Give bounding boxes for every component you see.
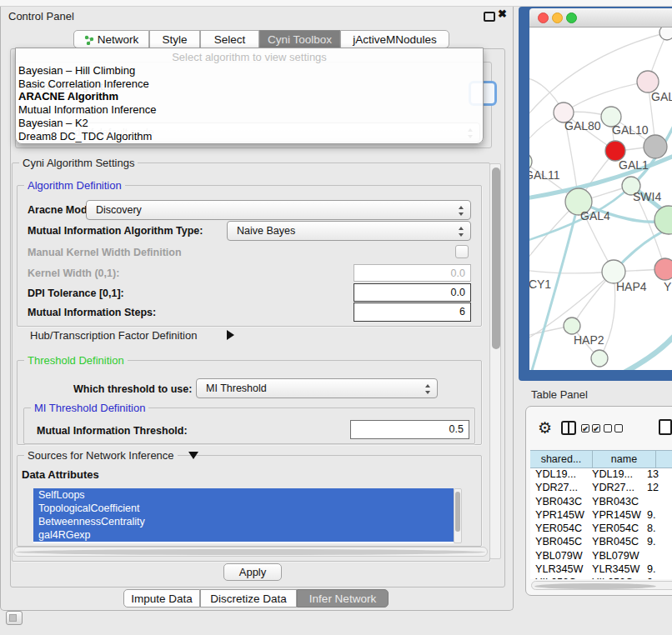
kernel-width-field[interactable]: 0.0 <box>354 264 471 282</box>
tab-style[interactable]: Style <box>149 30 200 48</box>
network-node-label: HAP2 <box>574 333 604 347</box>
tab-impute-data[interactable]: Impute Data <box>123 589 200 608</box>
table-cell: YPR145W <box>530 509 585 522</box>
dpi-tolerance-label: DPI Tolerance [0,1]: <box>28 288 124 299</box>
network-node-label: GCY1 <box>529 278 551 291</box>
table-row[interactable]: YPR145WYPR145W9. <box>530 509 672 522</box>
network-node-label: GAL <box>651 90 672 103</box>
network-highlighted-edge[interactable] <box>623 332 672 370</box>
table-row[interactable]: YLR345WYLR345W9. <box>530 563 672 577</box>
apply-button[interactable]: Apply <box>223 563 282 581</box>
settings-vertical-scrollbar[interactable] <box>489 163 501 559</box>
data-attribute-item[interactable]: SelfLoops <box>33 488 454 502</box>
table-cell <box>642 550 672 563</box>
table-row[interactable]: YIL052CYIL052C9 <box>530 577 672 579</box>
tab-select-label: Select <box>214 33 246 46</box>
mi-algorithm-type-value: Naive Bayes <box>237 225 295 237</box>
attributes-scrollbar-thumb[interactable] <box>455 492 460 532</box>
table-row[interactable]: YBR045CYBR045C9. <box>530 536 672 549</box>
settings-scrollbar-thumb[interactable] <box>492 168 500 349</box>
dpi-tolerance-field[interactable]: 0.0 <box>354 283 471 302</box>
data-attributes-label: Data Attributes <box>22 468 99 481</box>
gear-icon[interactable]: ⚙ <box>538 420 552 436</box>
algorithm-option[interactable]: Dream8 DC_TDC Algorithm <box>16 130 483 143</box>
data-attribute-item[interactable]: gal4RGexp <box>33 528 454 542</box>
mi-steps-field[interactable]: 6 <box>354 302 471 322</box>
network-node[interactable] <box>659 28 672 40</box>
mi-threshold-field[interactable]: 0.5 <box>350 420 469 439</box>
select-all-checkbox-icon[interactable]: ✔ <box>581 424 589 432</box>
table-cell: YDR27... <box>585 482 642 495</box>
window-zoom-icon[interactable] <box>566 12 577 23</box>
network-node-label: GAL4 <box>580 209 610 222</box>
aracne-mode-combo[interactable]: Discovery <box>86 200 471 220</box>
combo-arrows-icon <box>424 383 431 395</box>
float-panel-icon[interactable] <box>484 12 495 22</box>
settings-horizontal-scrollbar[interactable] <box>13 547 488 557</box>
settings-hscrollbar-thumb[interactable] <box>16 549 485 555</box>
algorithm-option[interactable]: Bayesian – Hill Climbing <box>16 64 483 78</box>
apply-button-label: Apply <box>239 566 267 578</box>
table-cell: YER054C <box>585 522 642 536</box>
window-minimize-icon[interactable] <box>552 12 563 23</box>
tab-cyni-toolbox[interactable]: Cyni Toolbox <box>259 30 340 48</box>
mi-threshold-label: Mutual Information Threshold: <box>37 425 188 437</box>
table-cell: 9. <box>642 536 672 549</box>
table-row[interactable]: YBR043CYBR043C <box>530 496 672 509</box>
algorithm-option[interactable]: ARACNE Algorithm <box>16 90 483 103</box>
data-attributes-list[interactable]: SelfLoopsTopologicalCoefficientBetweenne… <box>33 488 454 543</box>
columns-icon[interactable] <box>561 421 576 435</box>
algorithm-option[interactable]: Mutual Information Inference <box>16 103 483 117</box>
column-header-extra[interactable] <box>655 450 672 468</box>
table-row[interactable]: YER054CYER054C8. <box>530 522 672 536</box>
tab-discretize-data[interactable]: Discretize Data <box>200 589 297 608</box>
tab-jactivemnodules-label: jActiveMNodules <box>353 33 437 46</box>
network-edge[interactable] <box>529 269 614 273</box>
algorithm-popup-placeholder: Select algorithm to view settings <box>16 48 483 64</box>
manual-kernel-width-checkbox[interactable] <box>455 245 469 258</box>
mi-threshold-group-title: MI Threshold Definition <box>31 402 148 414</box>
network-node-y[interactable] <box>654 258 672 280</box>
hub-expand-arrow-icon[interactable] <box>227 330 234 340</box>
algorithm-option[interactable]: Basic Correlation Inference <box>16 78 483 91</box>
table-cell: YBL079W <box>530 550 585 563</box>
network-node[interactable] <box>654 206 672 234</box>
aracne-mode-value: Discovery <box>96 204 142 216</box>
table-row[interactable]: YBL079WYBL079W <box>530 550 672 563</box>
network-window-titlebar[interactable] <box>529 8 672 28</box>
tab-network[interactable]: Network <box>73 30 149 48</box>
deselect-all-checkbox-icon[interactable] <box>604 424 612 432</box>
tab-infer-network[interactable]: Infer Network <box>297 589 389 608</box>
table-row[interactable]: YDL19...YDL19...13 <box>530 468 672 482</box>
table-cell: YLR345W <box>530 563 585 577</box>
data-attribute-item[interactable]: TopologicalCoefficient <box>33 502 454 515</box>
table-horizontal-scrollbar[interactable] <box>531 581 672 590</box>
column-header-shared-name[interactable]: shared... <box>530 450 592 468</box>
tab-jactivemnodules[interactable]: jActiveMNodules <box>340 30 449 48</box>
export-table-icon[interactable] <box>659 419 672 435</box>
collapsed-panel-button[interactable] <box>6 611 23 625</box>
algorithm-option[interactable]: Bayesian – K2 <box>16 117 483 130</box>
data-attribute-item[interactable]: BetweennessCentrality <box>33 515 454 528</box>
tab-select[interactable]: Select <box>200 30 259 48</box>
column-header-name[interactable]: name <box>592 450 655 468</box>
close-panel-icon[interactable]: ✖ <box>498 8 507 20</box>
select-all-checkbox-icon[interactable]: ✔ <box>592 424 600 432</box>
tab-cyni-toolbox-label: Cyni Toolbox <box>268 33 332 46</box>
network-node-hap2[interactable] <box>564 318 580 334</box>
which-threshold-combo[interactable]: MI Threshold <box>196 378 438 398</box>
sources-collapse-arrow-icon[interactable] <box>188 452 198 459</box>
sources-group-title: Sources for Network Inference <box>24 449 178 462</box>
network-node[interactable] <box>644 135 667 158</box>
mi-algorithm-type-combo[interactable]: Naive Bayes <box>227 221 471 241</box>
network-graph: GALGAL80GAL10GAL1GAL11SWI4GAL4GCY1HAP4YH… <box>529 28 672 370</box>
window-close-icon[interactable] <box>538 12 549 23</box>
table-hscrollbar-thumb[interactable] <box>534 583 656 589</box>
network-node[interactable] <box>591 350 608 367</box>
deselect-all-checkbox-icon[interactable] <box>614 424 623 432</box>
tab-network-label: Network <box>98 33 139 46</box>
attributes-scrollbar[interactable] <box>454 488 462 543</box>
network-canvas[interactable]: GALGAL80GAL10GAL1GAL11SWI4GAL4GCY1HAP4YH… <box>529 28 672 370</box>
control-panel-title: Control Panel <box>8 10 74 22</box>
table-row[interactable]: YDR27...YDR27...12 <box>530 482 672 495</box>
